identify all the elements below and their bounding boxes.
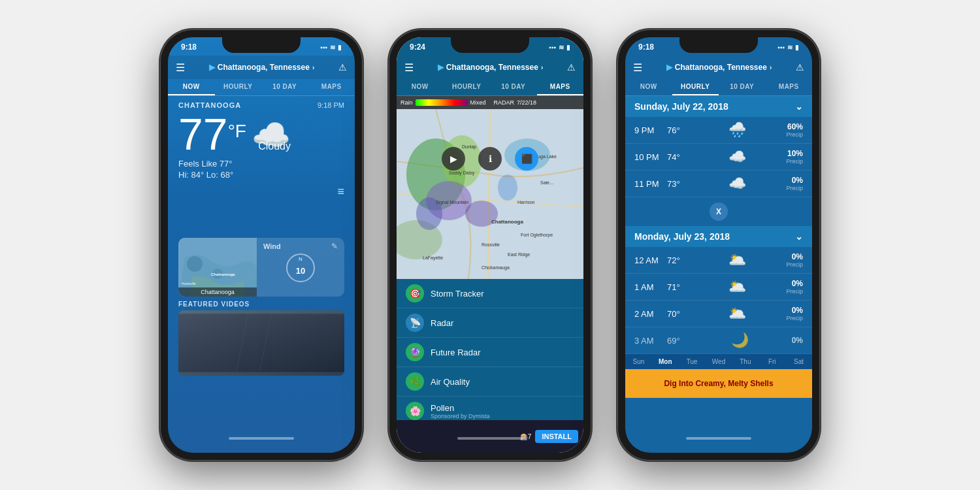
tab-now-2[interactable]: NOW [397, 79, 444, 95]
menu-air-quality[interactable]: 🌿 Air Quality [397, 367, 583, 397]
play-button[interactable]: ▶ [442, 147, 465, 171]
svg-text:Harrison: Harrison [517, 200, 535, 204]
precip-pct-1am: 0% [786, 279, 803, 288]
svg-text:East Ridge: East Ridge [508, 252, 530, 257]
precip-3am: 0% [792, 336, 803, 345]
mini-map[interactable]: Chattanooga Huntsville Chattanooga [178, 238, 257, 297]
day-fri[interactable]: Fri [759, 357, 785, 367]
tab-maps-3[interactable]: MAPS [766, 79, 813, 95]
notch-1 [222, 37, 301, 53]
temp-1am: 71° [667, 282, 688, 292]
tab-10day-3[interactable]: 10 DAY [719, 79, 766, 95]
monday-label: Monday, July 23, 2018 [634, 231, 730, 242]
hour-row-12am: 12 AM 72° 🌥️ 0% Precip [625, 247, 812, 274]
day-thu[interactable]: Thu [732, 357, 759, 367]
sunday-chevron: ⌄ [795, 101, 803, 112]
storm-tracker-label: Storm Tracker [431, 289, 484, 299]
condition-icon-area: ☁️ Cloudy [252, 112, 291, 152]
close-sunday-area: X [625, 197, 812, 226]
pollen-icon: 🌸 [406, 402, 424, 420]
hour-10pm: 10 PM [634, 152, 662, 162]
tab-bar-1: NOW HOURLY 10 DAY MAPS [168, 79, 355, 96]
temperature-display: 77°F [178, 112, 246, 156]
monday-header[interactable]: Monday, July 23, 2018 ⌄ [625, 226, 812, 247]
precip-pct-11pm: 0% [786, 176, 803, 185]
radar-map[interactable]: Rain Mixed RADAR 7/22/18 [397, 96, 583, 279]
city-header: CHATTANOOGA 9:18 PM [178, 101, 344, 109]
precip-pct-9pm: 60% [786, 122, 803, 131]
hour-row-3am: 3 AM 69° 🌙 0% [625, 327, 812, 354]
battery-icon-3: ▮ [795, 44, 799, 51]
menu-icon-2[interactable]: ☰ [404, 61, 414, 74]
precip-label-2am: Precip [786, 315, 803, 321]
precip-label-12am: Precip [786, 261, 803, 268]
temperature-row: 77°F ☁️ Cloudy [178, 112, 344, 156]
signal-icon: ▪▪▪ [320, 44, 327, 51]
ad-banner-3[interactable]: Dig Into Creamy, Melty Shells [625, 369, 812, 398]
list-icon-area: ≡ [178, 185, 344, 199]
location-text-3[interactable]: Chattanooga, Tennessee [675, 63, 767, 72]
edit-icon[interactable]: ✎ [331, 242, 338, 251]
location-pin-icon-3: ▶ [666, 63, 672, 72]
notch-2 [451, 37, 529, 53]
alert-icon-2[interactable]: ⚠ [567, 62, 576, 73]
map-label: Chattanooga [178, 287, 257, 297]
tab-hourly-1[interactable]: HOURLY [215, 79, 262, 95]
svg-text:Signal Mountain: Signal Mountain [436, 200, 468, 205]
nav-location-1[interactable]: ▶ Chattanooga, Tennessee › [209, 63, 314, 72]
nav-location-3[interactable]: ▶ Chattanooga, Tennessee › [666, 63, 772, 72]
svg-text:LaFayette: LaFayette [423, 255, 443, 261]
hour-row-10pm: 10 PM 74° ☁️ 10% Precip [625, 144, 812, 171]
menu-radar[interactable]: 📡 Radar [397, 308, 583, 338]
nav-location-2[interactable]: ▶ Chattanooga, Tennessee › [438, 63, 543, 72]
tab-maps-2[interactable]: MAPS [537, 79, 584, 95]
precip-label-1am: Precip [786, 288, 803, 295]
location-text-2[interactable]: Chattanooga, Tennessee [446, 63, 538, 72]
wifi-icon-2: ≋ [559, 44, 564, 51]
menu-future-radar[interactable]: 🔮 Future Radar [397, 338, 583, 367]
tab-now-1[interactable]: NOW [168, 79, 215, 95]
svg-text:Chattanooga: Chattanooga [211, 272, 235, 276]
tab-10day-2[interactable]: 10 DAY [490, 79, 537, 95]
future-radar-icon: 🔮 [406, 343, 424, 361]
radar-date: 7/22/18 [517, 99, 536, 106]
day-wed[interactable]: Wed [706, 357, 732, 367]
menu-storm-tracker[interactable]: 🎯 Storm Tracker [397, 279, 583, 308]
svg-text:Fort Oglethorpe: Fort Oglethorpe [521, 233, 553, 238]
info-button[interactable]: ℹ [478, 147, 502, 171]
day-sun[interactable]: Sun [625, 357, 652, 367]
svg-text:Sale...: Sale... [540, 180, 553, 185]
nav-bar-3: ☰ ▶ Chattanooga, Tennessee › ⚠ [625, 56, 812, 79]
day-sat[interactable]: Sat [785, 357, 812, 367]
maps-menu-panel: 🎯 Storm Tracker 📡 Radar 🔮 Future Radar 🌿… [397, 279, 583, 420]
layers-button[interactable]: ⬛ [515, 147, 538, 171]
radar-icon: 📡 [406, 314, 424, 332]
alert-icon-1[interactable]: ⚠ [338, 62, 347, 73]
list-icon[interactable]: ≡ [337, 185, 344, 198]
day-mon[interactable]: Mon [652, 357, 679, 367]
day-tue[interactable]: Tue [679, 357, 706, 367]
precip-pct-3am: 0% [792, 336, 803, 345]
phone-2: 9:24 ▪▪▪ ≋ ▮ ☰ ▶ Chattanooga, Tennessee … [389, 29, 591, 461]
battery-icon: ▮ [338, 44, 342, 51]
menu-icon-3[interactable]: ☰ [633, 61, 642, 74]
tab-now-3[interactable]: NOW [625, 79, 672, 95]
alert-icon-3[interactable]: ⚠ [796, 62, 804, 73]
sunday-label: Sunday, July 22, 2018 [634, 101, 728, 112]
menu-pollen[interactable]: 🌸 Pollen Sponsored by Dymista [397, 397, 583, 420]
status-icons-2: ▪▪▪ ≋ ▮ [549, 44, 570, 51]
sunday-header[interactable]: Sunday, July 22, 2018 ⌄ [625, 96, 812, 117]
tab-bar-2: NOW HOURLY 10 DAY MAPS [397, 79, 583, 96]
close-sunday-button[interactable]: X [710, 203, 728, 221]
compass: N 10 [286, 253, 315, 282]
tab-hourly-2[interactable]: HOURLY [444, 79, 491, 95]
tab-maps-1[interactable]: MAPS [308, 79, 355, 95]
location-text-1[interactable]: Chattanooga, Tennessee [218, 63, 310, 72]
tab-hourly-3[interactable]: HOURLY [672, 79, 719, 95]
install-button[interactable]: INSTALL [535, 430, 578, 443]
home-indicator-2 [457, 437, 523, 440]
menu-icon-1[interactable]: ☰ [176, 61, 185, 74]
video-thumbnail[interactable] [178, 310, 344, 376]
compass-value: 10 [296, 266, 305, 276]
tab-10day-1[interactable]: 10 DAY [261, 79, 308, 95]
